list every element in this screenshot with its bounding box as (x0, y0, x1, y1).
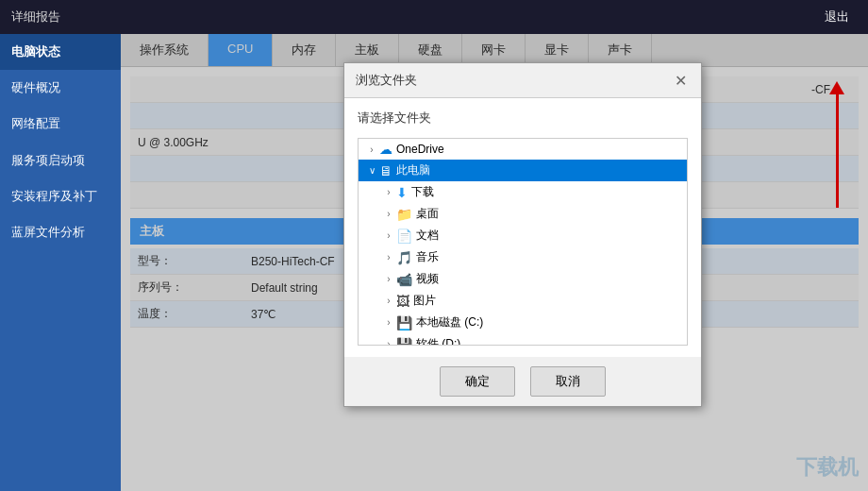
tree-item-downloads[interactable]: ›⬇下载 (359, 181, 687, 203)
sidebar: 电脑状态 硬件概况 网络配置 服务项启动项 安装程序及补丁 蓝屏文件分析 (0, 34, 121, 491)
tree-icon-music: 🎵 (396, 250, 412, 265)
tree-icon-videos: 📹 (396, 272, 412, 287)
tree-toggle-desktop[interactable]: › (381, 209, 396, 219)
app-window: 详细报告 退出 电脑状态 硬件概况 网络配置 服务项启动项 安装程序及补丁 蓝屏… (0, 0, 868, 491)
tree-label-drive-c: 本地磁盘 (C:) (416, 314, 483, 330)
dialog-title: 浏览文件夹 (356, 72, 417, 89)
tree-item-desktop[interactable]: ›📁桌面 (359, 203, 687, 225)
sidebar-item-bluescreen-analysis[interactable]: 蓝屏文件分析 (0, 214, 121, 250)
folder-tree[interactable]: ›☁OneDrive∨🖥此电脑›⬇下载›📁桌面›📄文档›🎵音乐›📹视频›🖼图片›… (358, 138, 688, 346)
dialog-titlebar: 浏览文件夹 ✕ (344, 63, 701, 98)
sidebar-item-computer-status[interactable]: 电脑状态 (0, 34, 121, 70)
tree-toggle-downloads[interactable]: › (381, 187, 396, 197)
tree-icon-this-pc: 🖥 (379, 163, 392, 178)
tree-item-documents[interactable]: ›📄文档 (359, 225, 687, 246)
dialog-body: 请选择文件夹 ›☁OneDrive∨🖥此电脑›⬇下载›📁桌面›📄文档›🎵音乐›📹… (344, 98, 701, 357)
tree-icon-onedrive: ☁ (379, 142, 392, 157)
tree-label-documents: 文档 (416, 228, 439, 244)
tree-toggle-onedrive[interactable]: › (364, 144, 379, 155)
sidebar-item-startup-services[interactable]: 服务项启动项 (0, 143, 121, 178)
tree-icon-drive-c: 💾 (396, 315, 412, 330)
dialog-close-button[interactable]: ✕ (671, 71, 690, 90)
tree-item-drive-d[interactable]: ›💾软件 (D:) (359, 333, 687, 346)
tree-label-onedrive: OneDrive (396, 143, 444, 156)
tree-icon-pictures: 🖼 (396, 294, 409, 309)
tree-toggle-pictures[interactable]: › (381, 296, 396, 306)
tree-label-music: 音乐 (416, 249, 439, 265)
tree-label-pictures: 图片 (413, 293, 436, 309)
dialog-overlay: 浏览文件夹 ✕ 请选择文件夹 ›☁OneDrive∨🖥此电脑›⬇下载›📁桌面›📄… (121, 34, 868, 491)
app-title: 详细报告 (11, 8, 60, 25)
sidebar-item-installed-programs[interactable]: 安装程序及补丁 (0, 178, 121, 214)
tree-item-onedrive[interactable]: ›☁OneDrive (359, 139, 687, 160)
tree-item-pictures[interactable]: ›🖼图片 (359, 290, 687, 312)
tree-item-this-pc[interactable]: ∨🖥此电脑 (359, 160, 687, 181)
sidebar-item-network-config[interactable]: 网络配置 (0, 106, 121, 142)
tree-toggle-drive-d[interactable]: › (381, 339, 396, 346)
tree-item-drive-c[interactable]: ›💾本地磁盘 (C:) (359, 312, 687, 333)
tree-toggle-music[interactable]: › (381, 252, 396, 262)
tree-item-music[interactable]: ›🎵音乐 (359, 246, 687, 268)
tree-icon-desktop: 📁 (396, 207, 412, 222)
tree-toggle-videos[interactable]: › (381, 274, 396, 284)
tree-toggle-drive-c[interactable]: › (381, 317, 396, 328)
sidebar-item-hardware-overview[interactable]: 硬件概况 (0, 70, 121, 106)
tree-toggle-documents[interactable]: › (381, 230, 396, 241)
dialog-footer: 确定 取消 (344, 357, 701, 406)
tree-label-this-pc: 此电脑 (396, 162, 430, 178)
tree-label-videos: 视频 (416, 271, 439, 287)
dialog-cancel-button[interactable]: 取消 (530, 366, 606, 397)
tree-icon-downloads: ⬇ (396, 185, 408, 200)
tree-label-drive-d: 软件 (D:) (416, 336, 460, 346)
right-panel: 操作系统 CPU 内存 主板 硬盘 网卡 显卡 (121, 34, 868, 491)
tree-item-videos[interactable]: ›📹视频 (359, 268, 687, 290)
main-content: 电脑状态 硬件概况 网络配置 服务项启动项 安装程序及补丁 蓝屏文件分析 (0, 34, 868, 491)
tree-icon-drive-d: 💾 (396, 337, 412, 347)
tree-toggle-this-pc[interactable]: ∨ (364, 165, 379, 176)
dialog-confirm-button[interactable]: 确定 (440, 366, 515, 397)
browse-folder-dialog: 浏览文件夹 ✕ 请选择文件夹 ›☁OneDrive∨🖥此电脑›⬇下载›📁桌面›📄… (343, 62, 702, 407)
exit-button[interactable]: 退出 (817, 7, 857, 27)
tree-icon-documents: 📄 (396, 229, 412, 244)
tree-label-downloads: 下载 (411, 184, 434, 200)
title-bar: 详细报告 退出 (0, 0, 868, 34)
dialog-instruction: 请选择文件夹 (358, 110, 688, 127)
tree-label-desktop: 桌面 (416, 206, 439, 222)
